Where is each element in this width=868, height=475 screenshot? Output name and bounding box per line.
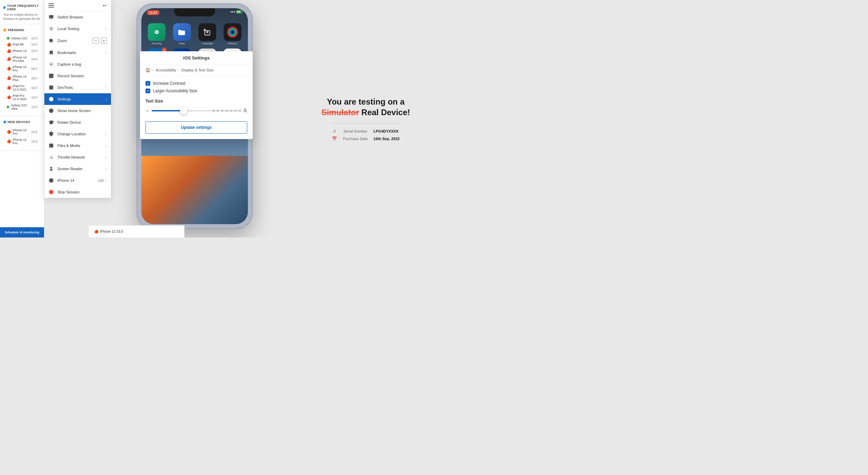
menu-item-throttle-network[interactable]: Throttle Network › (44, 151, 111, 163)
frequently-dot (3, 6, 5, 9)
slider-dot (239, 110, 241, 112)
list-item[interactable]: 🍎 iPhone 14 Plus 16.0 (3, 73, 41, 83)
hash-icon: # (332, 129, 337, 134)
menu-item-stop-session[interactable]: Stop Session (44, 186, 111, 198)
menu-item-switch-browser[interactable]: Switch Browser (44, 11, 111, 23)
device-bar-name: iPhone 13 15.0 (100, 230, 123, 233)
menu-item-record-session[interactable]: Record Session (44, 70, 111, 82)
screen-reader-icon (48, 166, 54, 172)
throttle-network-label: Throttle Network (57, 155, 85, 159)
svg-point-9 (51, 133, 52, 134)
local-testing-label: Local Testing (57, 27, 79, 31)
signal-icon: ●●● (230, 10, 236, 13)
list-item[interactable]: 🍎 iPhone 13 Pro 15.6 (3, 137, 41, 146)
list-item[interactable]: 🍎 iPhone 14 Pro 16.0 (3, 64, 41, 73)
battery-fill (237, 11, 241, 13)
list-item[interactable]: 🍎 iPad Pro 12.9 2020 16.0 (3, 93, 41, 102)
breadcrumb: 🏠 › Accessibility › Display & Text Size (140, 64, 253, 76)
apple-icon: 🍎 (7, 49, 11, 53)
slider-thumb[interactable] (180, 107, 187, 114)
list-item[interactable]: 🍎 iPad 9th 15.0 (3, 41, 41, 48)
screen-reader-label: Screen Reader (57, 167, 83, 171)
svg-point-23 (230, 30, 235, 34)
app-item-fitness[interactable]: Fitness (221, 23, 244, 45)
list-item[interactable]: Galaxy S22 12.0 (3, 35, 41, 41)
record-session-icon (48, 73, 54, 79)
list-item[interactable]: 🍎 iPhone 14 Pro Max 16.0 (3, 54, 41, 64)
trending-section: TRENDING Galaxy S22 12.0 🍎 iPad 9th 15.0… (0, 24, 44, 116)
slider-a-small: A (145, 109, 150, 112)
iphone14-label: iPhone 14 (57, 178, 74, 182)
chevron-right-icon: › (106, 167, 107, 171)
capture-bug-label: Capture a bug (57, 62, 81, 66)
app-label: Fitness (228, 42, 237, 45)
larger-accessibility-checkbox[interactable]: ✓ (145, 89, 150, 93)
menu-item-change-location[interactable]: Change Location › (44, 128, 111, 140)
chevron-right-icon: › (106, 86, 107, 90)
list-item[interactable]: 🍎 iPhone 13 15.0 (3, 48, 41, 54)
increase-contrast-label: Increase Contrast (153, 81, 185, 86)
larger-accessibility-row: ✓ Larger Accessibility Size (145, 87, 247, 95)
list-item[interactable]: 🍎 iPad Pro 12.9 2022 16.0 (3, 83, 41, 93)
new-device-list: 🍎 iPhone 13 Pro 15.6 🍎 iPhone 13 Pro 15.… (3, 126, 41, 148)
zoom-icon (48, 38, 54, 43)
slider-dot (230, 110, 232, 112)
show-home-icon (48, 108, 54, 113)
back-icon[interactable]: ↩ (103, 3, 107, 8)
menu-item-files-media[interactable]: Files & Media › (44, 140, 111, 151)
slider-dot (235, 110, 237, 112)
menu-item-local-testing[interactable]: Local Testing › (44, 23, 111, 35)
trending-device-list: Galaxy S22 12.0 🍎 iPad 9th 15.0 🍎 iPhone… (3, 34, 41, 113)
menu-item-bookmarks[interactable]: Bookmarks › (44, 47, 111, 58)
context-menu: ↩ Switch Browser Local Testing › (44, 0, 111, 198)
files-icon (173, 23, 191, 41)
hamburger-icon[interactable] (48, 3, 54, 8)
zoom-plus-button[interactable]: + (101, 38, 107, 44)
main-area: ↩ Switch Browser Local Testing › (44, 0, 434, 238)
svg-rect-0 (49, 15, 53, 18)
slider-track-container[interactable] (152, 106, 241, 115)
simulator-text: Simulator (321, 108, 359, 117)
app-item-files[interactable]: Files (170, 23, 194, 45)
find-my-icon (148, 23, 166, 41)
rotate-icon (48, 120, 54, 125)
menu-item-rotate-device[interactable]: Rotate Device (44, 117, 111, 128)
apple-icon: 🍎 (7, 130, 11, 134)
apple-icon: 🍎 (7, 95, 11, 99)
battery-icon (236, 10, 242, 13)
slider-dot (212, 110, 214, 112)
app-item-find-my[interactable]: Find My (145, 23, 169, 45)
slider-dots (212, 110, 241, 112)
calendar-icon: 📅 (332, 136, 337, 141)
list-item[interactable]: Galaxy S22 Ultra 12.0 (3, 102, 41, 112)
menu-item-screen-reader[interactable]: Screen Reader › (44, 163, 111, 175)
list-item[interactable]: 🍎 iPhone 13 Pro 15.6 (3, 127, 41, 137)
text-size-slider: A A (145, 106, 247, 115)
apple-icon: 🍎 (7, 57, 11, 61)
sidebar: YOUR FREQUENTLY USED Test on multiple de… (0, 0, 44, 238)
svg-rect-18 (51, 191, 52, 193)
stop-session-label: Stop Session (57, 190, 80, 194)
zoom-minus-button[interactable]: − (93, 38, 99, 44)
devtools-label: DevTools (57, 85, 73, 90)
update-settings-button[interactable]: Update settings (145, 121, 247, 134)
menu-header: ↩ (44, 0, 111, 11)
fitness-icon (224, 23, 241, 41)
menu-item-iphone14[interactable]: iPhone 14 v16 › (44, 175, 111, 186)
apple-icon: 🍎 (94, 230, 98, 233)
record-session-label: Record Session (57, 74, 84, 78)
menu-item-settings[interactable]: Settings › (44, 93, 111, 105)
menu-item-show-home[interactable]: Show Home Screen (44, 105, 111, 117)
switch-browser-icon (48, 14, 54, 20)
chevron-right-icon: › (106, 155, 107, 159)
schedule-ui-monitoring-button[interactable]: Schedule UI monitoring (0, 227, 44, 238)
svg-point-16 (51, 180, 52, 181)
increase-contrast-checkbox[interactable]: ✓ (145, 81, 150, 86)
slider-dot (217, 110, 219, 112)
menu-item-devtools[interactable]: DevTools › (44, 82, 111, 93)
android-icon (7, 106, 9, 108)
menu-item-capture-bug[interactable]: Capture a bug (44, 58, 111, 70)
purchase-value: 16th Sep, 2022 (374, 137, 400, 141)
trending-title: TRENDING (3, 28, 41, 32)
app-item-translate[interactable]: Translate (195, 23, 219, 45)
